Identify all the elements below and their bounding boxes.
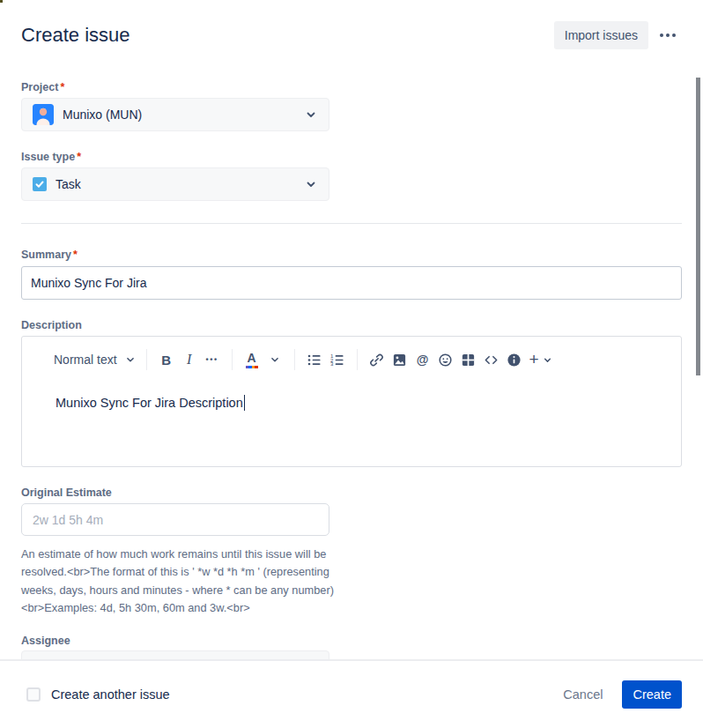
dialog-header: Create issue Import issues [21,21,682,49]
field-help-text: An estimate of how much work remains unt… [21,546,682,617]
text-style-dropdown[interactable]: Normal text [52,347,138,372]
toolbar-divider [357,349,358,370]
task-icon [33,177,47,191]
create-another-checkbox[interactable] [26,687,41,702]
code-button[interactable] [480,347,503,372]
project-select[interactable]: Munixo (MUN) [21,98,329,131]
mention-button[interactable]: @ [411,347,434,372]
toolbar-divider [294,349,295,370]
issue-type-select[interactable]: Task [21,167,329,201]
text-color-dropdown[interactable] [263,347,286,372]
description-toolbar: Normal text B I ••• A [22,337,681,372]
info-panel-button[interactable] [503,347,526,372]
text-cursor [244,395,246,411]
emoji-icon [438,353,453,368]
toolbar-divider [146,349,147,370]
code-icon [484,353,499,368]
description-label: Description [21,319,682,331]
dialog-footer: Create another issue Cancel Create [0,659,703,728]
dialog-title: Create issue [21,24,130,47]
numbered-list-button[interactable]: 123 [326,347,349,372]
project-select-value: Munixo (MUN) [63,108,304,122]
project-avatar-icon [33,104,54,125]
project-label: Project* [21,81,682,93]
original-estimate-input[interactable] [21,503,329,536]
issue-type-select-value: Task [56,177,304,191]
import-issues-button[interactable]: Import issues [554,21,648,49]
header-actions: Import issues [554,21,682,49]
italic-button[interactable]: I [178,347,201,372]
create-another-label[interactable]: Create another issue [51,687,170,702]
issue-type-label: Issue type* [21,151,682,163]
table-icon [461,353,476,368]
text-color-icon: A [246,352,258,368]
footer-actions: Cancel Create [563,680,682,709]
bullet-list-icon [307,353,322,368]
bold-button[interactable]: B [155,347,178,372]
cancel-button[interactable]: Cancel [563,687,603,702]
image-icon [392,353,407,368]
more-actions-button[interactable] [654,21,682,49]
numbered-list-icon: 123 [329,353,344,368]
table-button[interactable] [457,347,480,372]
emoji-button[interactable] [434,347,457,372]
more-formatting-button[interactable]: ••• [201,347,224,372]
assignee-label: Assignee [21,635,682,647]
description-editor: Normal text B I ••• A [21,336,682,467]
toolbar-divider [232,349,233,370]
chevron-down-icon [542,354,553,366]
description-content[interactable]: Munixo Sync For Jira Description [56,395,681,411]
chevron-down-icon [304,177,318,191]
info-icon [507,353,522,368]
description-text[interactable]: Munixo Sync For Jira Description [56,396,243,410]
summary-input[interactable] [21,266,682,300]
chevron-down-icon [124,353,137,366]
link-icon [369,353,384,368]
scrollbar-thumb[interactable] [696,78,700,375]
section-divider [21,223,682,224]
meatballs-icon [660,33,676,37]
screen-artifact [0,0,3,3]
create-another-row[interactable]: Create another issue [26,687,170,702]
image-button[interactable] [388,347,411,372]
chevron-down-icon [304,108,318,122]
create-button[interactable]: Create [622,680,682,709]
original-estimate-label: Original Estimate [21,487,682,499]
required-indicator: * [77,151,81,163]
chevron-down-icon [269,353,281,366]
required-indicator: * [60,81,64,93]
insert-button[interactable]: + [526,347,557,372]
required-indicator: * [73,249,78,261]
create-issue-dialog: Create issue Import issues Project* Muni… [0,21,703,684]
bullet-list-button[interactable] [303,347,326,372]
link-button[interactable] [366,347,388,372]
svg-text:3: 3 [330,360,334,367]
summary-label: Summary* [21,249,682,261]
text-color-button[interactable]: A [240,347,263,372]
